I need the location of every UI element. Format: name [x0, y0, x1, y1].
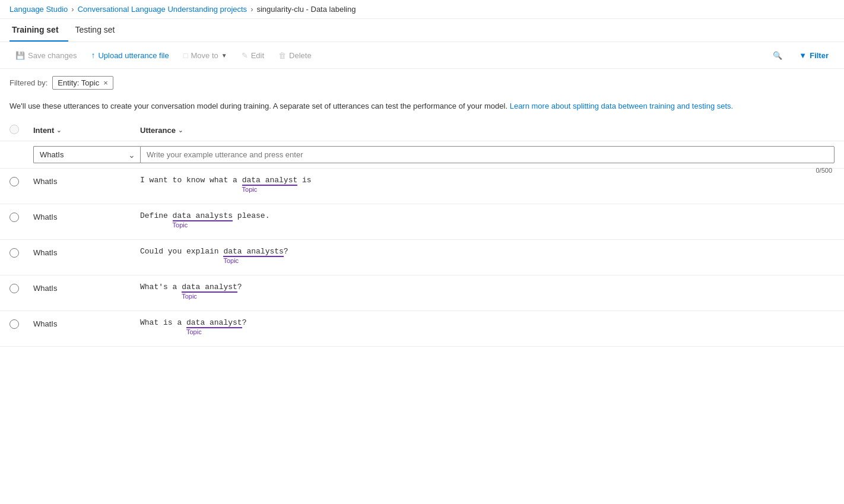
toolbar: 💾 Save changes ↑ Upload utterance file □… — [0, 42, 844, 69]
char-count: 0/500 — [816, 167, 832, 174]
move-to-label: Move to — [191, 51, 218, 60]
edit-button[interactable]: ✎ Edit — [236, 47, 270, 64]
delete-button[interactable]: 🗑 Delete — [272, 47, 318, 64]
utterance-entity-span: data analysts — [223, 247, 283, 257]
row-intent: WhatIs — [33, 318, 140, 328]
utterance-entity-span: data analyst — [242, 176, 298, 186]
header-utterance-col: Utterance ⌄ — [140, 126, 835, 135]
row-radio-col — [9, 283, 33, 295]
save-icon: 💾 — [15, 51, 25, 60]
utterance-text-input[interactable] — [140, 146, 835, 163]
entity-label: Topic — [140, 293, 835, 300]
intent-sort-icon: ⌄ — [56, 127, 61, 134]
utterance-input-wrap: 0/500 — [140, 146, 835, 163]
row-0-radio[interactable] — [9, 177, 19, 186]
info-text-content: We'll use these utterances to create you… — [9, 102, 507, 110]
row-intent: WhatIs — [33, 247, 140, 257]
move-to-chevron-icon: ▼ — [221, 52, 227, 59]
intent-select[interactable]: WhatIs None Greet FindInfo — [33, 146, 140, 163]
search-button[interactable]: 🔍 — [767, 47, 788, 64]
row-radio-col — [9, 247, 33, 259]
search-icon: 🔍 — [773, 51, 782, 60]
table-row: WhatIsDefine data analysts please.Topic — [0, 204, 844, 240]
row-intent: WhatIs — [33, 211, 140, 221]
entity-label: Topic — [140, 186, 835, 193]
utterance-entity-span: data analyst — [186, 318, 242, 328]
data-rows-container: WhatIsI want to know what a data analyst… — [0, 169, 844, 347]
input-row-check — [9, 146, 33, 163]
breadcrumb-language-studio[interactable]: Language Studio — [9, 5, 68, 14]
row-utterance: What is a data analyst?Topic — [140, 318, 835, 335]
row-radio-col — [9, 318, 33, 331]
utterance-entity-span: data analyst — [182, 283, 237, 293]
table-row: WhatIsCould you explain data analysts?To… — [0, 240, 844, 275]
row-2-radio[interactable] — [9, 248, 19, 258]
header-intent-col: Intent ⌄ — [33, 126, 140, 135]
move-icon: □ — [183, 51, 188, 60]
filter-chip: Entity: Topic × — [52, 76, 113, 90]
row-utterance: Could you explain data analysts?Topic — [140, 247, 835, 264]
row-utterance: I want to know what a data analyst isTop… — [140, 176, 835, 193]
upload-utterance-file-button[interactable]: ↑ Upload utterance file — [85, 47, 174, 64]
utterance-column-header[interactable]: Utterance ⌄ — [140, 126, 835, 135]
utterance-entity-span: data analysts — [173, 211, 233, 221]
table-row: WhatIsI want to know what a data analyst… — [0, 169, 844, 204]
breadcrumb-sep-2: › — [250, 5, 253, 14]
filter-chip-close-button[interactable]: × — [103, 78, 108, 87]
intent-column-header[interactable]: Intent ⌄ — [33, 126, 140, 135]
filter-area: Filtered by: Entity: Topic × — [0, 69, 844, 97]
entity-label: Topic — [140, 257, 835, 264]
utterance-input-row: WhatIs None Greet FindInfo 0/500 — [0, 141, 844, 169]
filter-chip-text: Entity: Topic — [58, 78, 99, 87]
utterance-sort-icon: ⌄ — [178, 127, 183, 134]
breadcrumb-clu-projects[interactable]: Conversational Language Understanding pr… — [78, 5, 247, 14]
filter-funnel-icon: ▼ — [799, 51, 807, 60]
entity-label: Topic — [140, 328, 835, 335]
intent-select-wrap: WhatIs None Greet FindInfo — [33, 146, 140, 163]
row-intent: WhatIs — [33, 176, 140, 186]
row-utterance: What's a data analyst?Topic — [140, 283, 835, 300]
row-radio-col — [9, 176, 33, 188]
upload-utterance-file-label: Upload utterance file — [98, 51, 169, 60]
edit-icon: ✎ — [242, 51, 248, 60]
filter-by-label: Filtered by: — [9, 78, 47, 87]
row-1-radio[interactable] — [9, 213, 19, 222]
row-intent: WhatIs — [33, 283, 140, 293]
breadcrumb-sep-1: › — [71, 5, 74, 14]
breadcrumb-current: singularity-clu - Data labeling — [256, 5, 356, 14]
tabs-bar: Training set Testing set — [0, 19, 844, 42]
info-text: We'll use these utterances to create you… — [0, 97, 844, 120]
save-changes-label: Save changes — [28, 51, 77, 60]
header-checkbox-col — [9, 125, 33, 136]
tab-training-set[interactable]: Training set — [9, 19, 68, 42]
breadcrumb: Language Studio › Conversational Languag… — [0, 0, 844, 19]
delete-icon: 🗑 — [278, 51, 286, 60]
table-row: WhatIsWhat's a data analyst?Topic — [0, 275, 844, 311]
info-learn-more-link[interactable]: Learn more about splitting data between … — [510, 102, 734, 110]
table-row: WhatIsWhat is a data analyst?Topic — [0, 311, 844, 347]
row-radio-col — [9, 211, 33, 224]
table-header: Intent ⌄ Utterance ⌄ — [0, 120, 844, 141]
row-utterance: Define data analysts please.Topic — [140, 211, 835, 229]
row-3-radio[interactable] — [9, 284, 19, 293]
entity-label: Topic — [140, 221, 835, 229]
header-select-all[interactable] — [9, 125, 19, 134]
utterance-column-label: Utterance — [140, 126, 176, 135]
row-4-radio[interactable] — [9, 319, 19, 329]
filter-label: Filter — [810, 51, 829, 60]
move-to-button[interactable]: □ Move to ▼ — [177, 47, 233, 64]
edit-label: Edit — [251, 51, 264, 60]
save-changes-button[interactable]: 💾 Save changes — [9, 47, 83, 64]
filter-button[interactable]: ▼ Filter — [793, 47, 835, 64]
upload-icon: ↑ — [91, 50, 95, 60]
delete-label: Delete — [289, 51, 312, 60]
tab-testing-set[interactable]: Testing set — [73, 19, 125, 42]
intent-column-label: Intent — [33, 126, 54, 135]
